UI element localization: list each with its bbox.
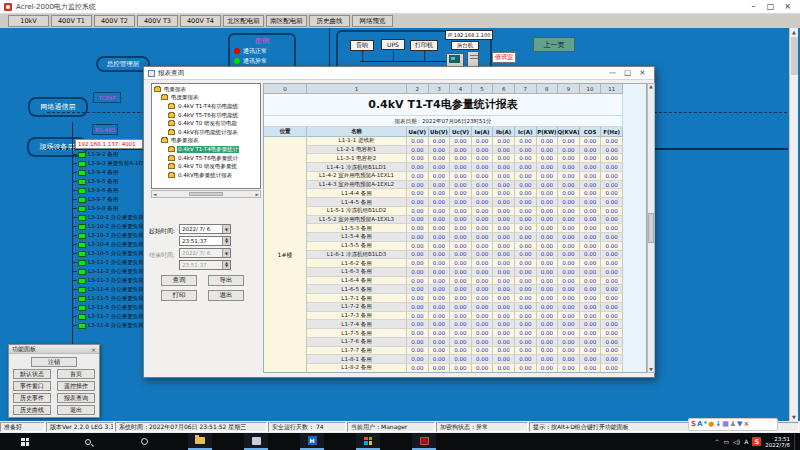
device-list-item[interactable]: L3-11-5 办公重要负荷A-: [72, 294, 143, 303]
page-tab[interactable]: 400V T4: [180, 15, 221, 27]
capture-tool-icon[interactable]: *: [703, 419, 707, 430]
report-tree-item[interactable]: 电度量报表: [152, 94, 260, 103]
device-list-item[interactable]: L3-10-4 办公重要负荷A-: [72, 240, 143, 249]
report-tree-item[interactable]: 0.4kV T1-T4有功电能统: [152, 102, 260, 111]
prev-page-button[interactable]: 上一页: [533, 37, 575, 52]
scroll-left-icon[interactable]: ◄: [153, 192, 156, 197]
capture-tool-icon[interactable]: ×: [743, 419, 749, 430]
query-button[interactable]: 查询: [161, 275, 197, 286]
exit-button[interactable]: 退出: [208, 290, 244, 301]
device-list-item[interactable]: L3-11-7 办公重要负荷A-: [72, 312, 143, 321]
scroll-down-icon[interactable]: ▼: [790, 413, 798, 421]
task-view-icon[interactable]: [132, 433, 156, 450]
end-time-spinner[interactable]: 23:51:37 ▲▼: [179, 260, 231, 270]
device-list-item[interactable]: L3-11-8 办公重要负荷A-: [72, 321, 143, 330]
report-tree-item[interactable]: 电参量报表: [152, 137, 260, 146]
app-icon-gray[interactable]: [244, 433, 268, 450]
device-list-item[interactable]: L3-11-6 办公重要负荷A-: [72, 303, 143, 312]
sogou-tray-icon[interactable]: S: [752, 437, 761, 446]
tray-chevron-icon[interactable]: ^: [715, 438, 720, 445]
device-list-item[interactable]: L3-11-4 办公重要负荷A-: [72, 285, 143, 294]
device-list-item[interactable]: L3-9-3 重要负荷A-1DT1: [72, 159, 143, 168]
device-list-item[interactable]: L3-9-5 备用: [72, 177, 143, 186]
panel-button[interactable]: 默认状态: [13, 369, 51, 379]
dialog-titlebar[interactable]: 报表查询 — □ ×: [144, 67, 654, 80]
windows-start-icon[interactable]: [13, 433, 37, 450]
window-minimize-icon[interactable]: –: [745, 0, 762, 13]
device-list-item[interactable]: L3-11-3 办公重要负荷A-: [72, 276, 143, 285]
scroll-up-icon[interactable]: ▲: [649, 84, 652, 89]
capture-tool-icon[interactable]: ▦: [722, 419, 729, 430]
device-list-item[interactable]: L3-11-1 办公重要负荷A-: [72, 258, 143, 267]
file-explorer-icon[interactable]: [188, 433, 212, 450]
capture-tool-icon[interactable]: ↓: [715, 419, 721, 430]
device-list-item[interactable]: L3-9-8 备用: [72, 204, 143, 213]
app-icon-blue[interactable]: H: [300, 433, 324, 450]
tree-horizontal-scrollbar[interactable]: ◄ ►: [151, 190, 261, 198]
chevron-down-icon[interactable]: ▼: [222, 225, 230, 233]
page-tab[interactable]: 网络预览: [352, 15, 393, 27]
close-icon[interactable]: ×: [91, 346, 96, 353]
window-maximize-icon[interactable]: □: [762, 0, 779, 13]
page-tab[interactable]: 北区配电箱: [223, 15, 264, 27]
start-time-spinner[interactable]: 23:51:37 ▲▼: [179, 236, 231, 246]
search-icon[interactable]: [76, 433, 100, 450]
print-button[interactable]: 打印: [161, 290, 197, 301]
device-list-item[interactable]: L3-11-2 办公重要负荷A-: [72, 267, 143, 276]
report-tree-item[interactable]: 0.4kV T1-T4电参量统计: [152, 145, 260, 154]
panel-button[interactable]: 历史事件: [13, 393, 51, 403]
page-tab[interactable]: 400V T2: [94, 15, 135, 27]
page-tab[interactable]: 历史曲线: [309, 15, 350, 27]
capture-tool-icon[interactable]: S: [691, 419, 696, 430]
panel-button[interactable]: 历史曲线: [13, 405, 51, 415]
scroll-down-icon[interactable]: ▼: [649, 367, 652, 372]
report-tree-item[interactable]: 0.4kV T5-T6有功电能统: [152, 111, 260, 120]
export-button[interactable]: 导出: [208, 275, 244, 286]
scrollbar-thumb[interactable]: [189, 192, 223, 196]
tray-message-icon[interactable]: ▭: [724, 438, 730, 445]
device-list-item[interactable]: L3-10-2 办公重要负荷A-: [72, 222, 143, 231]
capture-tool-icon[interactable]: A: [697, 419, 702, 430]
device-list-item[interactable]: L3-10-3 办公重要负荷A-: [72, 231, 143, 240]
page-tab[interactable]: 南区配电箱: [266, 15, 307, 27]
panel-button[interactable]: 退出: [57, 405, 95, 415]
tray-input-indicator[interactable]: A: [744, 438, 748, 445]
capture-tool-icon[interactable]: ♟: [730, 419, 736, 430]
report-tree-item[interactable]: 0.4kV有功电能统计报表: [152, 128, 260, 137]
panel-button[interactable]: 遥控操作: [57, 381, 95, 391]
panel-button[interactable]: 报表查询: [57, 393, 95, 403]
device-list-item[interactable]: L3-9-2 备用: [72, 150, 143, 159]
scroll-right-icon[interactable]: ►: [256, 192, 259, 197]
logout-button[interactable]: 注销: [31, 357, 77, 367]
page-tab[interactable]: 400V T3: [137, 15, 178, 27]
scrollbar-thumb[interactable]: [791, 37, 798, 75]
report-tree-item[interactable]: 0.4kV T5-T6电参量统计: [152, 154, 260, 163]
panel-button[interactable]: 首页: [57, 369, 95, 379]
microsoft-app-icon[interactable]: [356, 433, 380, 450]
report-tree-item[interactable]: 0.4kV T0 研发电参量统: [152, 162, 260, 171]
end-date-picker[interactable]: 2022/ 7/ 6 ▼: [179, 248, 231, 258]
app-icon-red[interactable]: [412, 433, 436, 450]
capture-tool-icon[interactable]: ●: [708, 419, 714, 430]
device-list-item[interactable]: L3-9-7 备用: [72, 195, 143, 204]
taskbar-clock[interactable]: 23:51 2022/7/6: [765, 436, 790, 448]
dialog-maximize-icon[interactable]: □: [620, 67, 635, 79]
capture-tool-icon[interactable]: ▼: [737, 419, 742, 430]
grid-vertical-scrollbar[interactable]: ▲ ▼: [647, 83, 655, 373]
window-close-icon[interactable]: ×: [779, 0, 796, 13]
scroll-up-icon[interactable]: ▲: [790, 28, 798, 36]
main-scrollbar[interactable]: ▲ ▼: [789, 28, 798, 421]
page-tab[interactable]: 400V T1: [51, 15, 92, 27]
page-tab[interactable]: 10kV: [8, 15, 49, 27]
device-list-item[interactable]: L3-9-6 备用: [72, 186, 143, 195]
spinner-arrows-icon[interactable]: ▲▼: [222, 237, 230, 245]
report-tree-item[interactable]: 电量报表: [152, 85, 260, 94]
dialog-close-icon[interactable]: ×: [635, 67, 650, 79]
device-list-item[interactable]: L3-10-1 办公重要负荷DCS-A: [72, 213, 143, 222]
scrollbar-thumb[interactable]: [648, 213, 654, 243]
start-date-picker[interactable]: 2022/ 7/ 6 ▼: [179, 224, 231, 234]
device-list-item[interactable]: L3-10-5 办公重要负荷A-: [72, 249, 143, 258]
panel-button[interactable]: 事件窗口: [13, 381, 51, 391]
device-list-item[interactable]: L3-9-4 备用: [72, 168, 143, 177]
dialog-minimize-icon[interactable]: —: [605, 67, 620, 79]
